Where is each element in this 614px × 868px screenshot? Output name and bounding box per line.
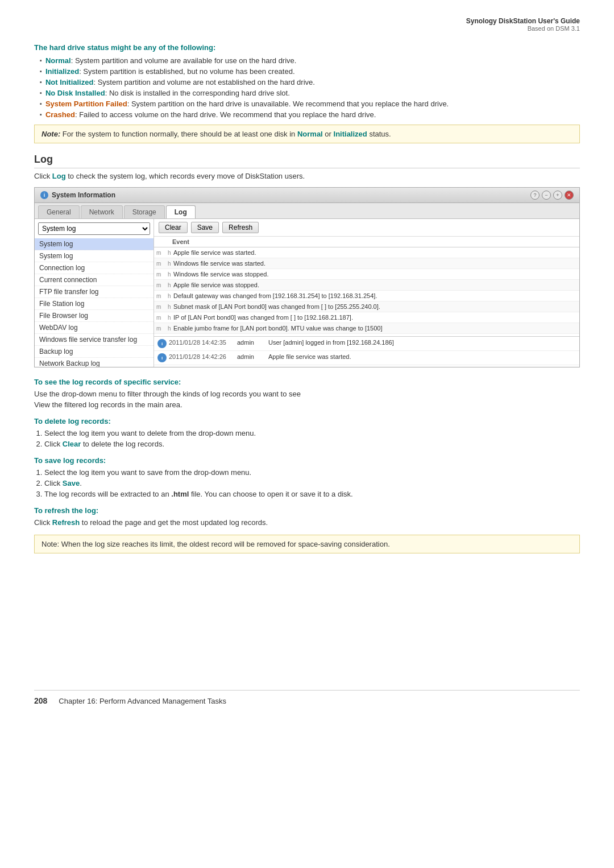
tab-general[interactable]: General [38,205,80,218]
titlebar: i System Information ? − + ✕ [35,188,579,203]
log-list-item[interactable]: System log [35,250,154,262]
log-list-item[interactable]: FTP file transfer log [35,286,154,298]
event-text: IP of [LAN Port bond0] was changed from … [173,314,353,321]
event-text: Enable jumbo frame for [LAN port bond0].… [173,325,382,332]
desc-title-save-log: To save log records: [34,456,580,465]
desc-text: View the filtered log records in the mai… [34,400,580,409]
refresh-button[interactable]: Refresh [222,222,259,233]
log-row-date: 2011/01/28 14:42:35 [169,339,237,346]
bottom-note-text: When the log size reaches its limit, the… [61,540,390,548]
list-item-desc: : System partition and volume are not es… [93,78,315,86]
desc-save-log: To save log records: Select the log item… [34,456,580,498]
minimize-button[interactable]: − [542,191,551,200]
log-list-item[interactable]: Current connection [35,274,154,286]
event-row: mh Enable jumbo frame for [LAN port bond… [154,323,579,334]
desc-text: Click Refresh to reload the page and get… [34,518,580,527]
log-list-item[interactable]: Windows file service transfer log [35,334,154,346]
event-header: Event [154,237,579,247]
event-text: Windows file service was stopped. [173,271,269,278]
event-row: mh Windows file service was started. [154,258,579,269]
log-row-event: User [admin] logged in from [192.168.24.… [268,339,576,346]
note-text-or: or [325,130,333,138]
log-toolbar: Clear Save Refresh [154,219,579,237]
page-header: Synology DiskStation User's Guide Based … [34,11,580,34]
tab-storage[interactable]: Storage [124,205,165,218]
log-type-select[interactable]: System log [38,222,150,235]
list-item-desc: : Failed to access volume on the hard dr… [75,110,376,119]
log-list-item[interactable]: System log [35,238,154,250]
list-item-desc: : No disk is installed in the correspond… [105,89,290,97]
log-list-item[interactable]: File Browser log [35,310,154,322]
step: Click Save. [44,479,580,487]
maximize-button[interactable]: + [553,191,562,200]
close-button[interactable]: ✕ [565,191,574,200]
desc-text: Use the drop-down menu to filter through… [34,390,580,398]
page-footer: 208 Chapter 16: Perform Advanced Managem… [34,690,580,705]
log-table-row[interactable]: i 2011/01/28 14:41:57 admin Windows file… [154,365,579,367]
log-list-item[interactable]: Connection log [35,262,154,274]
log-table-row[interactable]: i 2011/01/28 14:42:35 admin User [admin]… [154,337,579,351]
list-item: System Partition Failed: System partitio… [40,100,580,108]
log-list-item[interactable]: Backup log [35,346,154,358]
log-table-row[interactable]: i 2011/01/28 14:42:26 admin Apple file s… [154,351,579,365]
log-row-icon: i [157,353,167,362]
tab-network[interactable]: Network [81,205,123,218]
help-button[interactable]: ? [530,191,540,200]
harddrive-note-box: Note: For the system to function normall… [34,125,580,143]
harddrive-status-list: Normal: System partition and volume are … [40,56,580,119]
term-crashed: Crashed [45,110,75,119]
list-item: Initialized: System partition is establi… [40,67,580,76]
refresh-reference: Refresh [52,518,80,527]
log-row-icon: i [157,339,167,348]
list-item: Not Initialized: System partition and vo… [40,78,580,86]
event-text: Apple file service was stopped. [173,282,259,288]
list-item-desc: : System partition on the hard drive is … [127,100,449,108]
page-number: 208 [34,696,47,705]
event-row: mh IP of [LAN Port bond0] was changed fr… [154,312,579,323]
guide-subtitle: Based on DSM 3.1 [34,25,580,32]
event-text: Subnet mask of [LAN Port bond0] was chan… [173,303,380,310]
desc-title-delete-log: To delete log records: [34,417,580,425]
log-row-date: 2011/01/28 14:42:26 [169,353,237,360]
step: The log records will be extracted to an … [44,490,580,498]
log-intro-text: Click Log to check the system log, which… [34,172,580,180]
list-item: Crashed: Failed to access volume on the … [40,110,580,119]
event-row: mh Apple file service was started. [154,247,579,258]
term-initialized: Initialized [45,67,79,76]
log-left-panel: System log System log System log Connect… [35,219,154,367]
log-section-title: Log [34,154,580,168]
html-ref: .html [171,490,189,498]
log-row-user: admin [237,339,268,346]
system-info-window: i System Information ? − + ✕ General Net… [34,187,580,367]
list-item: Normal: System partition and volume are … [40,56,580,65]
note-highlight-initialized: Initialized [334,130,367,138]
log-list-item[interactable]: WebDAV log [35,322,154,334]
note-highlight-normal: Normal [297,130,323,138]
bottom-note-label: Note: [42,540,59,548]
save-reference: Save [63,479,80,487]
note-text-after: status. [369,130,391,138]
log-list-item[interactable]: Network Backup log [35,358,154,367]
event-row: mh Apple file service was stopped. [154,280,579,291]
event-row: mh Subnet mask of [LAN Port bond0] was c… [154,301,579,312]
save-button[interactable]: Save [191,222,219,233]
event-text: Apple file service was started. [173,249,256,256]
term-normal: Normal [45,56,71,65]
event-column-label: Event [172,238,189,245]
list-item-desc: : System partition and volume are availa… [71,56,297,65]
log-events-area: Event mh Apple file service was started.… [154,237,579,367]
tab-log[interactable]: Log [166,205,196,218]
window-icon: i [40,191,48,199]
step: Click Clear to delete the log records. [44,440,580,448]
clear-button[interactable]: Clear [159,222,188,233]
log-row-event: Apple file service was started. [268,353,576,360]
step: Select the log item you want to save fro… [44,468,580,477]
harddrive-section: The hard drive status might be any of th… [34,43,580,143]
harddrive-section-title: The hard drive status might be any of th… [34,43,580,52]
log-dropdown-container[interactable]: System log [38,222,150,235]
log-row-user: admin [237,353,268,360]
log-list-item[interactable]: File Station log [35,298,154,310]
step: Select the log item you want to delete f… [44,429,580,437]
delete-log-steps: Select the log item you want to delete f… [44,429,580,448]
note-label: Note: [42,130,60,138]
